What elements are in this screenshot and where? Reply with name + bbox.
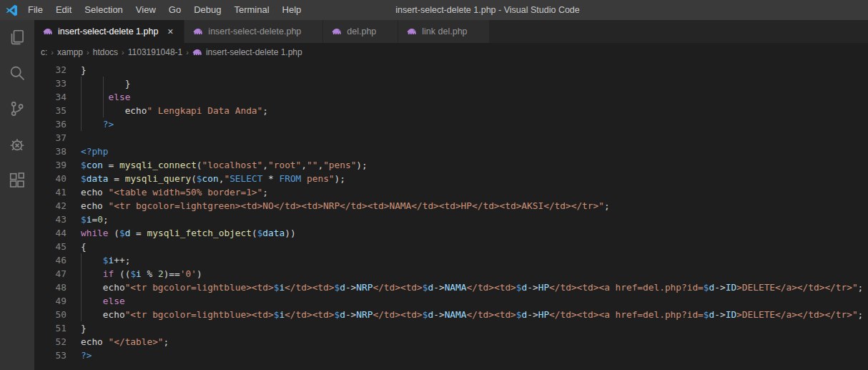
php-file-icon bbox=[407, 26, 418, 37]
line-number: 49 bbox=[34, 294, 66, 308]
source-control-icon[interactable] bbox=[9, 100, 26, 117]
line-number: 40 bbox=[34, 172, 66, 185]
code-line-content: $i++; bbox=[66, 253, 868, 267]
code-line: 43$i=0; bbox=[34, 213, 868, 226]
indent-guide bbox=[81, 281, 82, 294]
extensions-icon[interactable] bbox=[9, 172, 26, 189]
line-number: 44 bbox=[34, 226, 66, 240]
line-number: 46 bbox=[34, 253, 66, 267]
menu-item-file[interactable]: File bbox=[21, 0, 49, 20]
menu-item-go[interactable]: Go bbox=[162, 0, 187, 20]
editor-group: insert-select-delete 1.php×insert-select… bbox=[34, 20, 868, 370]
php-file-icon bbox=[43, 26, 54, 37]
search-icon[interactable] bbox=[9, 64, 26, 82]
line-number: 42 bbox=[34, 199, 66, 213]
php-file-icon bbox=[332, 26, 342, 37]
breadcrumb-item-1103191048-1[interactable]: 1103191048-1 bbox=[128, 47, 183, 57]
code-line-content: $con = mysqli_connect("localhost","root"… bbox=[66, 158, 868, 172]
code-line-content: while ($d = mysqli_fetch_object($data)) bbox=[66, 226, 868, 240]
line-number: 33 bbox=[34, 77, 66, 90]
php-file-icon bbox=[193, 26, 204, 37]
indent-guide bbox=[81, 90, 82, 104]
menu-item-edit[interactable]: Edit bbox=[49, 0, 78, 20]
tab-label: insert-select-delete.php bbox=[208, 26, 301, 36]
line-number: 47 bbox=[34, 267, 66, 281]
tab-insert-select-delete-php[interactable]: insert-select-delete.php bbox=[184, 20, 323, 43]
indent-guide bbox=[81, 77, 82, 90]
close-icon[interactable]: × bbox=[164, 25, 177, 38]
code-line: 40$data = mysqli_query($con,"SELECT * FR… bbox=[34, 172, 868, 185]
code-line: 33 } bbox=[34, 77, 868, 90]
indent-guide bbox=[81, 267, 82, 281]
code-line-content: else bbox=[66, 294, 868, 308]
indent-guide bbox=[81, 104, 82, 117]
line-number: 38 bbox=[34, 145, 66, 158]
menu-item-help[interactable]: Help bbox=[276, 0, 308, 20]
breadcrumb-item-xampp[interactable]: xampp bbox=[57, 47, 83, 57]
code-line-content: } bbox=[66, 63, 868, 77]
code-line-content: echo "<table width=50% border=1>"; bbox=[66, 185, 868, 199]
vscode-logo-icon bbox=[6, 4, 18, 16]
title-bar: FileEditSelectionViewGoDebugTerminalHelp… bbox=[0, 0, 868, 20]
indent-guide bbox=[103, 90, 104, 104]
code-line: 50 echo"<tr bgcolor=lightblue><td>$i</td… bbox=[34, 308, 868, 321]
code-editor[interactable]: 32}33 }34 else35 echo" Lengkapi Data And… bbox=[34, 62, 868, 370]
menu-item-view[interactable]: View bbox=[129, 0, 162, 20]
line-number: 52 bbox=[34, 335, 66, 349]
code-line: 44while ($d = mysqli_fetch_object($data)… bbox=[34, 226, 868, 240]
explorer-icon[interactable] bbox=[9, 29, 26, 46]
line-number: 53 bbox=[34, 349, 66, 362]
code-line: 38<?php bbox=[34, 145, 868, 158]
code-line: 36 ?> bbox=[34, 117, 868, 131]
breadcrumb: c:›xampp›htdocs›1103191048-1›insert-sele… bbox=[34, 43, 868, 62]
line-number: 48 bbox=[34, 281, 66, 294]
tab-link-del-php[interactable]: link del.php bbox=[398, 20, 489, 43]
indent-guide bbox=[81, 294, 82, 308]
code-line: 35 echo" Lengkapi Data Anda"; bbox=[34, 104, 868, 117]
tab-label: link del.php bbox=[422, 26, 467, 36]
menu-item-terminal[interactable]: Terminal bbox=[227, 0, 275, 20]
indent-guide bbox=[81, 253, 82, 267]
breadcrumb-item-insert-select-delete-1-php[interactable]: insert-select-delete 1.php bbox=[192, 47, 302, 58]
line-number: 35 bbox=[34, 104, 66, 117]
workbench: insert-select-delete 1.php×insert-select… bbox=[0, 20, 868, 370]
line-number: 43 bbox=[34, 213, 66, 226]
indent-guide bbox=[103, 104, 104, 117]
code-line-content: <?php bbox=[66, 145, 868, 158]
menu-item-selection[interactable]: Selection bbox=[78, 0, 129, 20]
menu-item-debug[interactable]: Debug bbox=[187, 0, 227, 20]
indent-guide bbox=[81, 308, 82, 321]
line-number: 39 bbox=[34, 158, 66, 172]
breadcrumb-item-c[interactable]: c: bbox=[41, 47, 47, 57]
tab-bar: insert-select-delete 1.php×insert-select… bbox=[34, 20, 868, 43]
code-line-content: { bbox=[66, 240, 868, 253]
code-line-content bbox=[66, 131, 868, 145]
line-number: 34 bbox=[34, 90, 66, 104]
code-line-content: } bbox=[66, 77, 868, 90]
code-line: 32} bbox=[34, 63, 868, 77]
line-number: 41 bbox=[34, 185, 66, 199]
breadcrumb-separator: › bbox=[122, 48, 124, 57]
tab-del-php[interactable]: del.php bbox=[323, 20, 398, 43]
code-line-content: echo "<tr bgcolor=lightgreen><td>NO</td>… bbox=[66, 199, 868, 213]
code-line-content: ?> bbox=[66, 349, 868, 362]
tab-insert-select-delete-1-php[interactable]: insert-select-delete 1.php× bbox=[34, 20, 184, 43]
code-line: 39$con = mysqli_connect("localhost","roo… bbox=[34, 158, 868, 172]
code-line: 37 bbox=[34, 131, 868, 145]
debug-icon[interactable] bbox=[9, 136, 26, 153]
indent-guide bbox=[103, 77, 104, 90]
line-number: 50 bbox=[34, 308, 66, 321]
code-line-content: ?> bbox=[66, 117, 868, 131]
line-number: 45 bbox=[34, 240, 66, 253]
code-line-content: } bbox=[66, 321, 868, 335]
code-line: 46 $i++; bbox=[34, 253, 868, 267]
line-number: 51 bbox=[34, 321, 66, 335]
code-line-content: if (($i % 2)=='0') bbox=[66, 267, 868, 281]
code-line-content: $data = mysqli_query($con,"SELECT * FROM… bbox=[66, 172, 868, 185]
code-line: 47 if (($i % 2)=='0') bbox=[34, 267, 868, 281]
breadcrumb-item-htdocs[interactable]: htdocs bbox=[93, 47, 118, 57]
breadcrumb-separator: › bbox=[87, 48, 89, 57]
line-number: 36 bbox=[34, 117, 66, 131]
code-line: 49 else bbox=[34, 294, 868, 308]
activity-bar bbox=[0, 20, 34, 370]
